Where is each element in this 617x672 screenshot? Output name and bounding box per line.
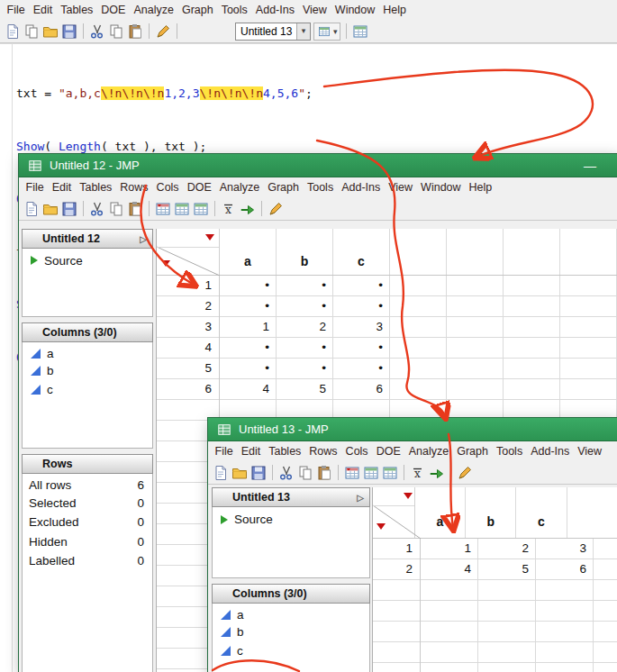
menu-item[interactable]: Graph: [453, 442, 493, 460]
column-header-empty[interactable]: [447, 229, 504, 275]
column-header-c[interactable]: c: [516, 487, 567, 538]
data-table-icon[interactable]: [193, 201, 209, 217]
menu-item[interactable]: Window: [417, 178, 465, 196]
paste-icon[interactable]: [127, 23, 143, 40]
rows-menu-red-triangle-icon[interactable]: [161, 260, 170, 267]
menu-doe[interactable]: DOE: [97, 1, 130, 19]
column-header-a[interactable]: a: [415, 487, 466, 538]
source-script-item[interactable]: Source: [213, 507, 369, 526]
stat-all-rows[interactable]: All rows6: [23, 474, 152, 494]
cut-icon[interactable]: [89, 23, 105, 40]
save-icon[interactable]: [250, 465, 267, 481]
menu-item[interactable]: View: [574, 442, 606, 460]
source-script-item[interactable]: Source: [23, 249, 152, 268]
menu-item[interactable]: File: [22, 178, 48, 196]
titlebar-untitled-13[interactable]: Untitled 13 - JMP: [208, 418, 617, 441]
table-row[interactable]: 2•••: [157, 296, 390, 317]
disclosure-icon[interactable]: ▷: [140, 234, 147, 244]
stat-labelled[interactable]: Labelled0: [23, 551, 152, 571]
open-icon[interactable]: [42, 23, 59, 40]
save-icon[interactable]: [61, 201, 77, 217]
xbar-icon[interactable]: [221, 201, 237, 217]
rows-panel-header[interactable]: Rows: [22, 454, 153, 474]
save-icon[interactable]: [61, 23, 77, 40]
source-icon[interactable]: [221, 515, 228, 524]
column-header-c[interactable]: c: [333, 229, 390, 275]
open-icon[interactable]: [231, 465, 248, 481]
table-row[interactable]: 6456: [157, 379, 390, 400]
menu-graph[interactable]: Graph: [177, 1, 217, 19]
menu-item[interactable]: DOE: [372, 442, 404, 460]
menu-window[interactable]: Window: [331, 1, 378, 19]
table-row[interactable]: 2456: [373, 559, 594, 580]
xbar-icon[interactable]: [410, 465, 426, 481]
columns-panel-header[interactable]: Columns (3/0): [22, 322, 153, 342]
table-row[interactable]: 4•••: [157, 338, 390, 359]
table-panel-header[interactable]: Untitled 12 ▷: [22, 229, 153, 249]
table-panel-header[interactable]: Untitled 13 ▷: [212, 487, 370, 507]
menu-item[interactable]: Tables: [76, 178, 116, 196]
menu-item[interactable]: Tables: [265, 442, 305, 460]
menu-analyze[interactable]: Analyze: [130, 1, 177, 19]
column-item-b[interactable]: b: [23, 361, 152, 380]
table-row[interactable]: 1•••: [157, 276, 390, 296]
columns-panel-header[interactable]: Columns (3/0): [212, 584, 370, 604]
window-list-combo[interactable]: Untitled 13 ▾: [235, 23, 311, 41]
pen-icon[interactable]: [155, 23, 171, 40]
cut-icon[interactable]: [89, 201, 105, 217]
column-item-c[interactable]: c: [213, 641, 369, 660]
menu-item[interactable]: Analyze: [215, 178, 263, 196]
minimize-button[interactable]: —: [584, 159, 596, 172]
menu-help[interactable]: Help: [379, 1, 411, 19]
stat-excluded[interactable]: Excluded0: [23, 513, 152, 532]
data-table-icon[interactable]: [174, 201, 190, 217]
stat-selected[interactable]: Selected0: [23, 494, 152, 513]
columns-menu-red-triangle-icon[interactable]: [205, 234, 214, 241]
menu-item[interactable]: Edit: [48, 178, 76, 196]
menu-item[interactable]: Cols: [341, 442, 372, 460]
copy-icon[interactable]: [23, 23, 40, 40]
copy-icon[interactable]: [108, 23, 124, 40]
menu-item[interactable]: Help: [465, 178, 496, 196]
data-table-icon[interactable]: [382, 465, 398, 481]
menu-item[interactable]: Analyze: [404, 442, 452, 460]
copy-icon[interactable]: [108, 201, 124, 217]
menu-view[interactable]: View: [298, 1, 331, 19]
run-arrow-icon[interactable]: [429, 465, 445, 481]
menu-item[interactable]: Tools: [303, 178, 337, 196]
data-table-icon[interactable]: [363, 465, 379, 481]
pen-icon[interactable]: [268, 201, 284, 217]
paste-icon[interactable]: [127, 201, 143, 217]
menu-item[interactable]: Rows: [305, 442, 341, 460]
new-script-icon[interactable]: [5, 23, 21, 40]
menu-item[interactable]: Add-Ins: [527, 442, 574, 460]
data-grid-untitled-13[interactable]: a b c 1123 2456: [372, 487, 617, 672]
column-item-c[interactable]: c: [23, 380, 152, 399]
copy-icon[interactable]: [297, 465, 313, 481]
run-arrow-icon[interactable]: [240, 201, 256, 217]
grid-corner-cell[interactable]: [157, 229, 220, 275]
menu-item[interactable]: Tools: [492, 442, 526, 460]
column-header-empty[interactable]: [560, 229, 617, 275]
table-list-button[interactable]: ▾: [313, 23, 340, 41]
table-row[interactable]: 3123: [157, 317, 390, 338]
combo-dropdown-icon[interactable]: ▾: [296, 23, 310, 40]
menu-addins[interactable]: Add-Ins: [251, 1, 298, 19]
menu-item[interactable]: Rows: [116, 178, 152, 196]
menu-item[interactable]: Edit: [237, 442, 265, 460]
stat-hidden[interactable]: Hidden0: [23, 532, 152, 552]
column-header-b[interactable]: b: [466, 487, 516, 538]
column-header-b[interactable]: b: [277, 229, 333, 275]
grid-corner-cell[interactable]: [373, 487, 415, 538]
open-icon[interactable]: [42, 201, 59, 217]
table-row[interactable]: 5•••: [157, 359, 390, 379]
menu-tables[interactable]: Tables: [57, 1, 97, 19]
rows-menu-red-triangle-icon[interactable]: [377, 523, 386, 530]
column-item-a[interactable]: a: [23, 342, 152, 361]
paste-icon[interactable]: [316, 465, 332, 481]
new-table-icon[interactable]: [213, 465, 229, 481]
menu-item[interactable]: Cols: [152, 178, 183, 196]
data-table-icon[interactable]: [352, 23, 368, 40]
menu-item[interactable]: File: [211, 442, 237, 460]
menu-item[interactable]: Graph: [264, 178, 304, 196]
